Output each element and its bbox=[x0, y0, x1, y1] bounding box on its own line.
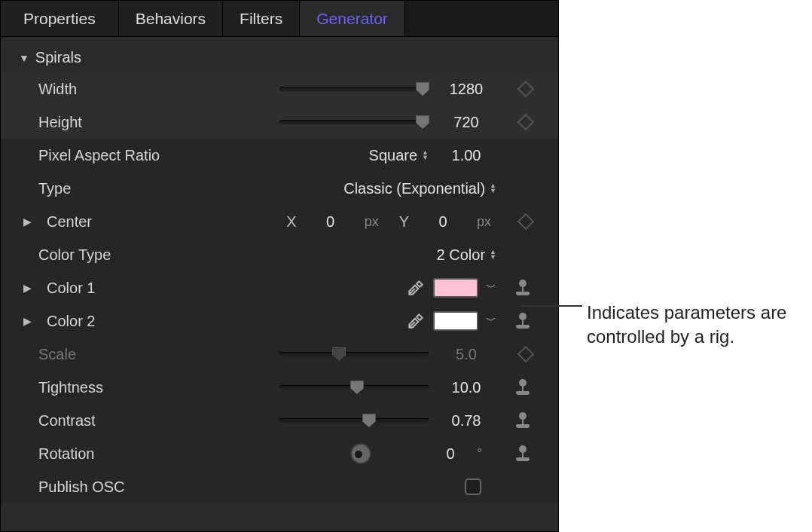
type-popup[interactable]: Classic (Exponential) bbox=[343, 180, 496, 197]
keyframe-icon[interactable] bbox=[517, 213, 535, 231]
contrast-value[interactable]: 0.78 bbox=[436, 412, 496, 430]
scale-value: 5.0 bbox=[436, 346, 496, 363]
center-x-label: X bbox=[286, 213, 296, 231]
stepper-icon bbox=[490, 249, 496, 260]
param-color2-label: Color 2 bbox=[47, 313, 175, 330]
rig-joystick-icon[interactable] bbox=[514, 313, 531, 329]
tab-behaviors[interactable]: Behaviors bbox=[119, 1, 223, 36]
tab-properties[interactable]: Properties bbox=[1, 1, 119, 36]
center-y-label: Y bbox=[399, 213, 409, 231]
colortype-popup[interactable]: 2 Color bbox=[437, 246, 496, 264]
par-popup[interactable]: Square bbox=[369, 147, 429, 164]
scale-slider bbox=[279, 352, 429, 356]
keyframe-icon[interactable] bbox=[517, 346, 535, 363]
center-y-unit: px bbox=[477, 214, 496, 230]
width-slider[interactable] bbox=[279, 87, 429, 91]
height-value[interactable]: 720 bbox=[436, 114, 496, 131]
rig-joystick-icon[interactable] bbox=[514, 412, 531, 429]
param-tightness-label: Tightness bbox=[38, 379, 182, 396]
rotation-value[interactable]: 0 bbox=[432, 445, 469, 463]
param-width-label: Width bbox=[38, 81, 182, 98]
center-x-value[interactable]: 0 bbox=[312, 213, 350, 231]
contrast-slider[interactable] bbox=[279, 418, 429, 423]
keyframe-icon[interactable] bbox=[517, 114, 535, 131]
width-value[interactable]: 1280 bbox=[436, 81, 496, 98]
tab-filters[interactable]: Filters bbox=[223, 1, 300, 36]
disclosure-right-icon[interactable]: ▶ bbox=[23, 282, 32, 294]
param-colortype-label: Color Type bbox=[38, 246, 182, 264]
param-contrast-label: Contrast bbox=[38, 412, 182, 430]
section-spirals-header[interactable]: ▼ Spirals bbox=[1, 43, 558, 72]
rig-joystick-icon[interactable] bbox=[514, 445, 531, 462]
eyedropper-icon[interactable] bbox=[406, 311, 426, 331]
stepper-icon bbox=[490, 183, 496, 194]
tab-generator[interactable]: Generator bbox=[300, 1, 405, 36]
param-publish-label: Publish OSC bbox=[38, 478, 182, 496]
rotation-unit: ° bbox=[477, 446, 496, 462]
section-title: Spirals bbox=[35, 49, 81, 66]
disclosure-right-icon[interactable]: ▶ bbox=[23, 216, 32, 228]
tab-bar: Properties Behaviors Filters Generator bbox=[1, 1, 558, 37]
height-slider[interactable] bbox=[279, 120, 429, 124]
color2-swatch[interactable] bbox=[433, 311, 478, 331]
rig-joystick-icon[interactable] bbox=[514, 280, 531, 296]
publish-osc-checkbox[interactable] bbox=[465, 478, 481, 495]
param-par-label: Pixel Aspect Ratio bbox=[38, 147, 182, 164]
par-value[interactable]: 1.00 bbox=[436, 147, 496, 164]
keyframe-icon[interactable] bbox=[517, 81, 535, 98]
rig-joystick-icon[interactable] bbox=[514, 379, 531, 396]
param-center-label: Center bbox=[47, 213, 175, 231]
param-type-label: Type bbox=[38, 180, 182, 197]
disclosure-down-icon[interactable]: ▼ bbox=[19, 52, 29, 64]
chevron-down-icon[interactable]: ﹀ bbox=[486, 314, 496, 328]
inspector-panel: Properties Behaviors Filters Generator ▼… bbox=[0, 0, 559, 532]
center-y-value[interactable]: 0 bbox=[424, 213, 462, 231]
stepper-icon bbox=[422, 150, 429, 161]
param-height-label: Height bbox=[38, 114, 182, 131]
param-color1-label: Color 1 bbox=[47, 280, 175, 297]
chevron-down-icon[interactable]: ﹀ bbox=[486, 281, 496, 295]
center-x-unit: px bbox=[365, 214, 384, 230]
eyedropper-icon[interactable] bbox=[406, 278, 426, 298]
disclosure-right-icon[interactable]: ▶ bbox=[23, 315, 32, 327]
tightness-slider[interactable] bbox=[279, 385, 429, 390]
param-scale-label: Scale bbox=[38, 346, 182, 363]
param-rotation-label: Rotation bbox=[38, 445, 182, 463]
color1-swatch[interactable] bbox=[433, 278, 478, 298]
tightness-value[interactable]: 10.0 bbox=[436, 379, 496, 396]
rotation-dial[interactable] bbox=[350, 443, 371, 464]
